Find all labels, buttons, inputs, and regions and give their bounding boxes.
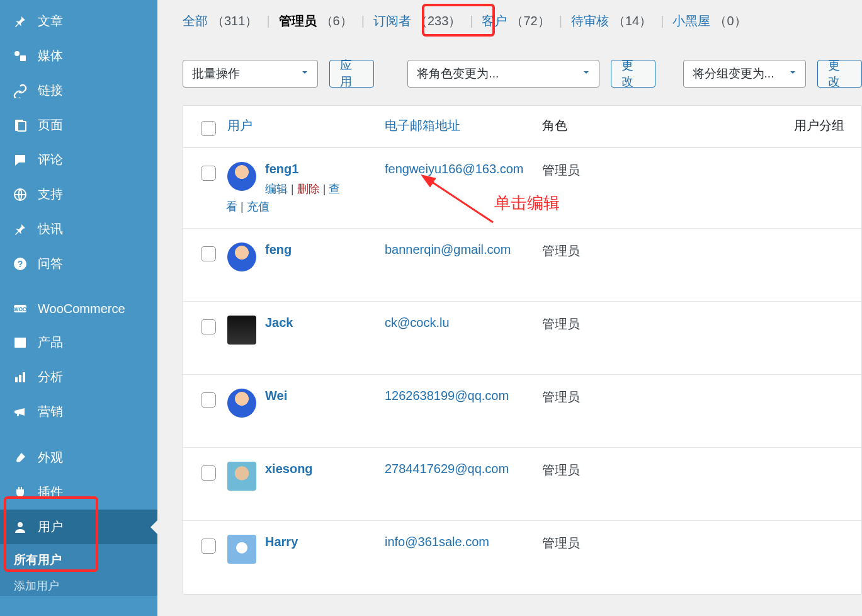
sidebar-item-label: 文章 (38, 13, 63, 30)
sidebar-item-pages[interactable]: 页面 (0, 108, 157, 142)
filter-item[interactable]: 小黑屋（0） (672, 13, 746, 30)
filter-separator: | (361, 14, 365, 28)
filter-link[interactable]: 客户 (482, 13, 507, 30)
username-link[interactable]: xiesong (265, 462, 313, 476)
email-link[interactable]: bannerqin@gmail.com (385, 242, 511, 256)
sidebar-item-marketing[interactable]: 营销 (0, 394, 157, 429)
role-cell: 管理员 (542, 316, 712, 333)
toolbar: 批量操作 应用 将角色变更为... 更改 将分组变更为... 更改 (183, 60, 862, 88)
filter-link[interactable]: 订阅者 (373, 13, 411, 30)
role-cell: 管理员 (542, 535, 712, 552)
avatar (227, 242, 256, 271)
chevron-down-icon (300, 67, 310, 81)
row-checkbox[interactable] (190, 535, 227, 554)
role-cell: 管理员 (542, 462, 712, 479)
sidebar-item-woocommerce[interactable]: WOO WooCommerce (0, 292, 157, 325)
email-link[interactable]: fengweiyu166@163.com (385, 162, 523, 176)
svg-rect-1 (20, 55, 26, 61)
sidebar-item-products[interactable]: 产品 (0, 325, 157, 360)
view-link-2[interactable]: 看 (226, 200, 237, 213)
recharge-link[interactable]: 充值 (247, 200, 269, 213)
change-role-select[interactable]: 将角色变更为... (407, 60, 599, 88)
filter-item[interactable]: 管理员（6） (279, 13, 353, 30)
email-link[interactable]: 1262638199@qq.com (385, 389, 509, 402)
change-button[interactable]: 更改 (611, 60, 655, 88)
svg-point-15 (18, 522, 23, 527)
sidebar-item-posts[interactable]: 文章 (0, 4, 157, 38)
row-checkbox[interactable] (190, 462, 227, 481)
svg-point-0 (14, 51, 20, 56)
col-email[interactable]: 电子邮箱地址 (385, 117, 542, 134)
filter-link[interactable]: 全部 (183, 13, 208, 30)
username-link[interactable]: feng (265, 242, 292, 257)
email-link[interactable]: ck@cock.lu (385, 316, 450, 329)
filter-separator: | (470, 14, 473, 28)
sidebar-item-analytics[interactable]: 分析 (0, 360, 157, 394)
product-icon (11, 335, 29, 350)
avatar (227, 462, 256, 491)
brush-icon (11, 450, 29, 465)
select-all-checkbox[interactable] (190, 117, 227, 136)
row-checkbox[interactable] (190, 316, 227, 334)
email-link[interactable]: 2784417629@qq.com (385, 462, 509, 476)
sidebar-item-comments[interactable]: 评论 (0, 142, 157, 177)
username-link[interactable]: Wei (265, 389, 287, 403)
username-link[interactable]: Harry (265, 535, 298, 549)
filter-item[interactable]: 待审核（14） (571, 13, 652, 30)
svg-rect-3 (18, 122, 26, 131)
change-role-label: 将角色变更为... (417, 66, 499, 82)
username-link[interactable]: feng1 (265, 162, 340, 176)
apply-button[interactable]: 应用 (329, 60, 374, 88)
sidebar-item-users[interactable]: 用户 (0, 510, 157, 544)
edit-link[interactable]: 编辑 (265, 183, 288, 195)
filter-link[interactable]: 小黑屋 (672, 13, 710, 30)
sidebar-subitem-adduser[interactable]: 添加用户 (0, 576, 157, 596)
username-link[interactable]: Jack (265, 316, 293, 330)
sidebar-item-plugins[interactable]: 插件 (0, 475, 157, 510)
col-user[interactable]: 用户 (227, 117, 385, 134)
sidebar-item-qa[interactable]: ? 问答 (0, 246, 157, 281)
plugin-icon (11, 485, 29, 500)
filter-item[interactable]: 全部（311） (183, 13, 258, 30)
globe-icon (11, 187, 29, 202)
sidebar-item-label: 外观 (38, 449, 63, 466)
table-row: Jackck@cock.lu管理员 (183, 302, 861, 375)
table-head: 用户 电子邮箱地址 角色 用户分组 (183, 106, 861, 148)
filter-count: （311） (212, 13, 258, 30)
row-checkbox[interactable] (190, 162, 227, 181)
email-cell: fengweiyu166@163.com (385, 162, 542, 176)
sidebar-item-media[interactable]: 媒体 (0, 38, 157, 73)
svg-text:?: ? (18, 259, 23, 269)
sidebar-item-links[interactable]: 链接 (0, 73, 157, 108)
view-link[interactable]: 查 (329, 183, 340, 195)
change-group-select[interactable]: 将分组变更为... (683, 60, 806, 88)
change-button-2[interactable]: 更改 (817, 60, 862, 88)
user-cell: xiesong (227, 462, 385, 491)
sidebar-item-label: 页面 (38, 117, 63, 134)
filter-item[interactable]: 客户（72） (482, 13, 550, 30)
col-role: 角色 (542, 117, 712, 134)
bulk-action-select[interactable]: 批量操作 (183, 60, 318, 88)
sidebar-item-appearance[interactable]: 外观 (0, 440, 157, 475)
filter-link[interactable]: 待审核 (571, 13, 609, 30)
avatar (227, 535, 256, 564)
delete-link[interactable]: 删除 (297, 183, 320, 195)
table-row: Wei1262638199@qq.com管理员 (183, 375, 861, 448)
row-checkbox[interactable] (190, 242, 227, 261)
row-checkbox[interactable] (190, 389, 227, 408)
pin-icon (11, 14, 29, 29)
email-link[interactable]: info@361sale.com (385, 535, 489, 549)
sidebar-item-label: 快讯 (38, 220, 63, 237)
sidebar-item-label: WooCommerce (38, 302, 125, 316)
filter-link[interactable]: 管理员 (279, 13, 317, 30)
sidebar-item-label: 营销 (38, 403, 63, 420)
change-group-label: 将分组变更为... (693, 66, 774, 82)
sidebar-subitem-allusers[interactable]: 所有用户 (0, 544, 157, 576)
user-cell: feng (227, 242, 385, 271)
sidebar-item-label: 评论 (38, 151, 63, 168)
filter-item[interactable]: 订阅者（233） (373, 13, 461, 30)
role-cell: 管理员 (542, 162, 712, 179)
sidebar-item-support[interactable]: 支持 (0, 177, 157, 212)
sidebar-item-news[interactable]: 快讯 (0, 212, 157, 246)
sidebar-item-label: 用户 (38, 518, 63, 535)
